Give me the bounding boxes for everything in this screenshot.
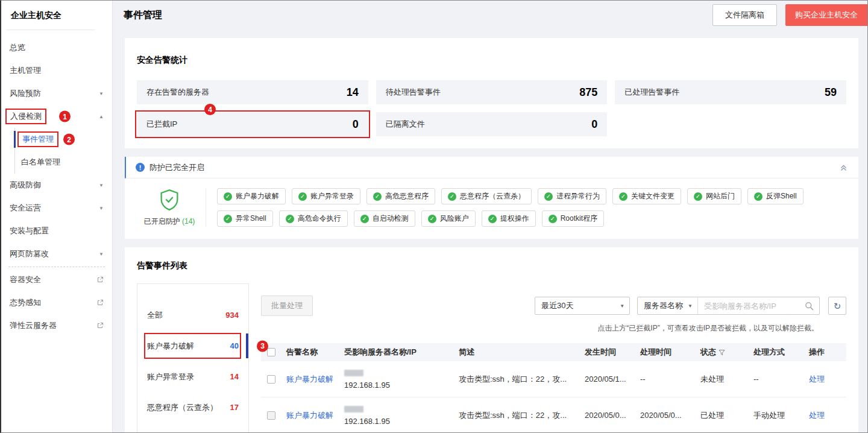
stat-pending-alarm-events[interactable]: 待处理告警事件 875 (376, 80, 608, 104)
stats-grid: 存在告警的服务器 14 待处理告警事件 875 已处理告警事件 59 已拦截IP… (137, 80, 846, 136)
sidebar-item-situation-awareness[interactable]: 态势感知 (1, 291, 112, 314)
category-count: 40 (230, 341, 239, 350)
alarm-statistics-title: 安全告警统计 (137, 55, 846, 66)
sidebar-item-intrusion-detection[interactable]: 入侵检测 1 ▲ (1, 105, 112, 128)
sidebar-item-whitelist-management[interactable]: 白名单管理 (15, 151, 112, 174)
category-label: 账户异常登录 (147, 371, 194, 382)
chevron-down-icon: ▼ (99, 183, 104, 188)
filter-funnel-icon[interactable] (719, 349, 725, 356)
chevron-down-icon: ▼ (99, 251, 104, 257)
cell-brief: 攻击类型:ssh，端口：22，攻... (454, 374, 580, 385)
category-all[interactable]: 全部 934 (137, 300, 248, 330)
refresh-button[interactable]: ↻ (828, 297, 846, 315)
blocked-ip-hint: 点击上方“已拦截IP”，可查看攻击IP是否被拦截，以及可以解除拦截。 (261, 323, 846, 333)
search-type-select[interactable]: 服务器名称 ▼ (638, 297, 698, 314)
tag-label: 反弹Shell (766, 191, 797, 201)
tag-label: 自启动检测 (373, 213, 409, 224)
protection-tag: ✓高危恶意程序 (366, 188, 435, 204)
sidebar-item-elastic-cloud-server[interactable]: 弹性云服务器 (1, 314, 112, 337)
stat-servers-with-alarms[interactable]: 存在告警的服务器 14 (137, 80, 368, 104)
row-checkbox[interactable] (267, 375, 275, 384)
tag-label: 进程异常行为 (556, 191, 600, 201)
server-search-input[interactable] (698, 297, 799, 314)
category-brute-force[interactable]: 账户暴力破解 40 3 (137, 330, 248, 361)
stat-value: 0 (591, 118, 597, 131)
stats-grid-empty-cell (615, 112, 846, 136)
header-cell-occurred-time: 发生时间 (580, 347, 635, 358)
alarm-name-link[interactable]: 账户暴力破解 (286, 374, 333, 385)
tag-label: Rootkit程序 (561, 213, 597, 224)
sidebar-item-container-security[interactable]: 容器安全 (1, 268, 112, 291)
sidebar-item-label: 高级防御 (10, 180, 41, 191)
tag-label: 提权操作 (500, 213, 529, 224)
table-toolbar: 批量处理 最近30天 ▼ 服务器名称 ▼ (261, 296, 846, 316)
collapse-chevrons-icon[interactable] (838, 162, 849, 172)
date-range-select[interactable]: 最近30天 ▼ (535, 297, 630, 315)
protection-status-card: ! 防护已完全开启 已开启防护 (14) (125, 157, 858, 239)
masked-server-name (344, 370, 363, 376)
stat-blocked-ips[interactable]: 已拦截IP 0 4 (137, 112, 368, 136)
annotation-circle-1: 1 (59, 111, 71, 122)
row-checkbox[interactable] (267, 411, 275, 420)
cell-action: 处理 (804, 374, 846, 385)
sidebar-item-host-management[interactable]: 主机管理 (1, 59, 112, 82)
sidebar-item-label: 弹性云服务器 (10, 320, 57, 331)
sidebar-item-label: 安装与配置 (10, 226, 49, 236)
external-link-icon (96, 276, 104, 283)
app-window: 企业主机安全 总览 主机管理 风险预防 ▼ 入侵检测 1 ▲ 事件管理 2 白名… (0, 0, 868, 433)
stat-label: 已隔离文件 (386, 119, 425, 130)
sidebar-item-installation-configuration[interactable]: 安装与配置 (1, 220, 112, 242)
sidebar-item-label: 事件管理 (22, 134, 54, 144)
cell-server: 192.168.1.95 (339, 405, 454, 426)
file-quarantine-button[interactable]: 文件隔离箱 (712, 4, 777, 26)
select-all-checkbox[interactable] (267, 348, 275, 356)
sidebar-item-security-operations[interactable]: 安全运营 ▼ (1, 197, 112, 220)
protection-status-text: 防护已完全开启 (149, 162, 204, 173)
protection-tag: ✓Rootkit程序 (542, 210, 604, 227)
category-label: 全部 (147, 310, 163, 321)
header-cell-method: 处理方式 (749, 347, 804, 358)
cell-occurred-time: 2020/05/1... (580, 375, 635, 384)
chevron-up-icon: ▲ (99, 114, 104, 119)
sidebar-item-advanced-defense[interactable]: 高级防御 ▼ (1, 174, 112, 197)
category-abnormal-login[interactable]: 账户异常登录 14 (137, 361, 248, 392)
date-range-value: 最近30天 (541, 300, 573, 311)
server-search-group: 服务器名称 ▼ (637, 297, 820, 315)
stat-isolated-files[interactable]: 已隔离文件 0 (376, 112, 608, 136)
tag-label: 风险账户 (440, 213, 469, 224)
selected-indicator (14, 131, 16, 148)
table-row: 账户暴力破解 192.168.1.95 攻击类型:ssh，端口：22，攻... … (261, 397, 846, 433)
protection-enabled-label: 已开启防护 (14) (136, 216, 203, 227)
category-count: 934 (225, 311, 239, 320)
sidebar-item-event-management[interactable]: 事件管理 2 (15, 128, 112, 151)
sidebar-item-label: 容器安全 (10, 274, 41, 285)
category-malicious-program[interactable]: 恶意程序（云查杀） 17 (137, 392, 248, 423)
alarm-name-link[interactable]: 账户暴力破解 (286, 410, 333, 421)
stat-label: 已拦截IP (146, 119, 177, 130)
alarm-category-panel: 全部 934 账户暴力破解 40 3 账户异常登录 14 (137, 283, 249, 433)
divider (8, 267, 105, 267)
stat-value: 0 (353, 118, 359, 131)
sidebar-item-label: 风险预防 (10, 88, 41, 99)
header-cell-handled-time: 处理时间 (635, 347, 696, 358)
tag-label: 恶意程序（云查杀） (460, 191, 525, 201)
sidebar: 企业主机安全 总览 主机管理 风险预防 ▼ 入侵检测 1 ▲ 事件管理 2 白名… (1, 1, 113, 432)
tag-label: 高危命令执行 (298, 213, 341, 224)
sidebar-item-web-tamper-protection[interactable]: 网页防篡改 ▼ (1, 242, 112, 265)
protection-tag: ✓账户异常登录 (292, 188, 360, 204)
server-info: 192.168.1.95 (344, 405, 390, 426)
check-icon: ✓ (428, 215, 436, 223)
handle-link[interactable]: 处理 (809, 410, 825, 421)
stat-handled-alarm-events[interactable]: 已处理告警事件 59 (615, 80, 846, 104)
sidebar-item-risk-prevention[interactable]: 风险预防 ▼ (1, 82, 112, 105)
handle-link[interactable]: 处理 (809, 374, 825, 385)
annotation-circle-3: 3 (257, 340, 268, 352)
stat-value: 59 (825, 86, 837, 99)
stat-label: 待处理告警事件 (386, 87, 441, 98)
buy-hss-button[interactable]: 购买企业主机安全 (785, 4, 867, 26)
search-icon[interactable] (799, 297, 819, 314)
cell-handled-time: 2020/05/0... (635, 411, 696, 420)
sidebar-item-overview[interactable]: 总览 (1, 36, 112, 59)
batch-process-button[interactable]: 批量处理 (261, 296, 313, 316)
tag-label: 网站后门 (706, 191, 735, 201)
